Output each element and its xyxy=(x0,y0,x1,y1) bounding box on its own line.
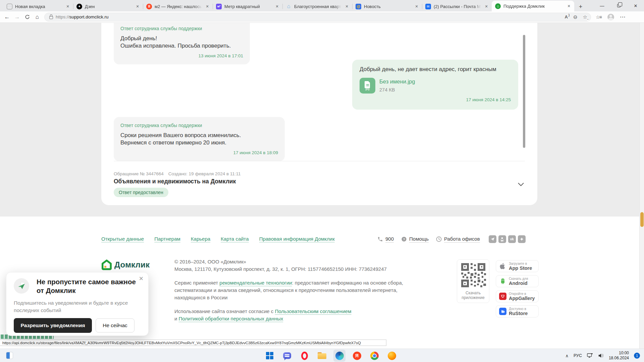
attachment[interactable]: jpg Без имени.jpg 274 КВ xyxy=(360,78,511,94)
tab-close-icon[interactable]: ✕ xyxy=(566,3,572,9)
plus-icon: + xyxy=(587,18,589,21)
app-store-badges: Загрузите вApp Store Скачать дляAndroid … xyxy=(496,260,539,317)
footer-link-career[interactable]: Карьера xyxy=(191,236,210,242)
popup-title: Не пропустите самое важное от Домклик xyxy=(37,278,141,295)
footer-text: © 2016–2024, ООО «Домклик» Москва, 12117… xyxy=(174,258,429,322)
footer-link-legal[interactable]: Правовая информация Домклик xyxy=(259,236,335,242)
tab-domclick-support-active[interactable]: ⌂ Поддержка Домклик ✕ xyxy=(492,1,574,11)
badge-name: App Store xyxy=(509,265,532,271)
language-indicator[interactable]: РУС xyxy=(574,353,582,358)
tab-close-icon[interactable]: ✕ xyxy=(484,4,489,9)
badge-caption: Доступно в xyxy=(509,307,528,311)
tab-title: (2) Рассылки - Почта Mail.r xyxy=(434,4,481,9)
tab-dzen[interactable]: ✦ Дзен ✕ xyxy=(73,1,143,11)
window-scrollbar[interactable] xyxy=(639,23,644,349)
dzen-icon[interactable] xyxy=(518,235,526,243)
chat-app-button[interactable] xyxy=(281,350,293,362)
home-button[interactable]: ⌂ xyxy=(32,12,42,22)
ticket-number: Обращение № 3447664 xyxy=(114,171,164,176)
expand-ticket-button[interactable] xyxy=(518,181,524,187)
tab-close-icon[interactable]: ✕ xyxy=(65,4,70,9)
url-scheme: https:// xyxy=(56,14,69,19)
tab-m2-yandex[interactable]: Я м2 — Яндекс: нашлось 9 т ✕ xyxy=(143,1,213,11)
allow-notifications-button[interactable]: Разрешить уведомления xyxy=(14,318,92,333)
opera-button[interactable] xyxy=(299,350,311,362)
notification-count-badge[interactable]: 1 xyxy=(634,353,640,359)
scrollbar-thumb[interactable] xyxy=(640,212,644,227)
tab-close-icon[interactable]: ✕ xyxy=(205,4,210,9)
profile-avatar[interactable] xyxy=(607,14,614,20)
read-aloud-icon[interactable]: A xyxy=(565,14,568,19)
collections-icon[interactable]: ☆≡ xyxy=(596,14,601,20)
chevron-down-icon xyxy=(518,183,524,186)
address-bar[interactable]: https://support.domclick.ru A ⊖ ☆+ xyxy=(44,13,591,21)
browser-menu-icon[interactable]: ··· xyxy=(620,14,626,20)
file-size: 274 КВ xyxy=(379,86,415,94)
widgets-icon[interactable] xyxy=(6,352,13,359)
tab-mail[interactable]: ✉ (2) Рассылки - Почта Mail.r ✕ xyxy=(422,1,492,11)
support-label: Ответ сотрудника службы поддержки xyxy=(120,122,278,129)
chat-scrollbar-thumb[interactable] xyxy=(523,35,525,148)
url-text[interactable]: https://support.domclick.ru xyxy=(56,14,109,19)
forward-button[interactable]: → xyxy=(12,12,22,22)
support-message-2: Ответ сотрудника службы поддержки Сроки … xyxy=(114,117,285,161)
domclick-favicon-icon: ⌂ xyxy=(495,3,501,9)
appgallery-badge[interactable]: Откройте вAppGallery xyxy=(496,290,539,302)
app-store-badge[interactable]: Загрузите вApp Store xyxy=(496,260,539,272)
taskbar-clock[interactable]: 10:00 18.06.2024 xyxy=(609,351,629,361)
android-badge[interactable]: Скачать дляAndroid xyxy=(496,275,539,287)
qr-caption-line2: приложение xyxy=(462,295,484,300)
vk-icon[interactable]: vk xyxy=(508,235,516,243)
firefox-button[interactable] xyxy=(386,350,398,362)
minimize-button[interactable]: — xyxy=(594,0,610,11)
logo-text: Домклик xyxy=(114,260,150,269)
user-agreement-link[interactable]: Пользовательским соглашением xyxy=(275,308,351,314)
tab-close-icon[interactable]: ✕ xyxy=(414,4,419,9)
network-icon[interactable] xyxy=(587,353,593,358)
zoom-out-icon[interactable]: ⊖ xyxy=(573,14,578,20)
badge-text: Загрузите вApp Store xyxy=(509,262,532,271)
offices-item[interactable]: Работа офисов xyxy=(436,236,480,243)
screen: ··· Новая вкладка ✕ ✦ Дзен ✕ Я м2 — Янде… xyxy=(0,0,644,362)
file-explorer-button[interactable] xyxy=(316,350,328,362)
tab-close-icon[interactable]: ✕ xyxy=(135,4,140,9)
yandex-browser-button[interactable]: Я xyxy=(351,350,363,362)
close-window-button[interactable]: ✕ xyxy=(627,0,644,11)
refresh-button[interactable] xyxy=(22,12,32,22)
rustore-badge[interactable]: Доступно вRuStore xyxy=(496,305,539,317)
taskbar-icons: Я xyxy=(264,349,398,362)
tab-title: Новая вкладка xyxy=(15,4,62,9)
start-button[interactable] xyxy=(264,350,276,362)
privacy-policy-link[interactable]: Политикой обработки персональных данных xyxy=(179,316,283,321)
back-button[interactable]: ← xyxy=(2,12,12,22)
footer-link-open-data[interactable]: Открытые данные xyxy=(101,236,144,242)
qr-code xyxy=(460,262,487,289)
domclick-logo[interactable]: Домклик xyxy=(101,259,150,270)
tab-kvartira[interactable]: ⌂ Благоустроенная квартира ✕ xyxy=(282,1,352,11)
recommendation-tech-link[interactable]: рекомендательные технологии xyxy=(219,280,292,286)
telegram-icon[interactable] xyxy=(489,235,496,243)
file-name-link[interactable]: Без имени.jpg xyxy=(379,78,415,85)
footer-link-partners[interactable]: Партнерам xyxy=(154,236,180,242)
restore-button[interactable] xyxy=(610,0,627,11)
time: 10:00 xyxy=(609,351,629,356)
add-favorite-icon[interactable]: ☆+ xyxy=(583,14,587,20)
tray-expand-icon[interactable]: ∧ xyxy=(565,353,569,358)
edge-button-active[interactable] xyxy=(333,350,345,362)
phone-item[interactable]: 900 xyxy=(377,236,394,243)
paper-plane-icon xyxy=(17,282,26,290)
yandex-browser-icon: Я xyxy=(353,352,361,360)
help-item[interactable]: ? Помощь xyxy=(401,236,429,243)
chrome-button[interactable] xyxy=(368,350,380,362)
tab-new-tab[interactable]: ··· Новая вкладка ✕ xyxy=(3,1,73,11)
footer-link-sitemap[interactable]: Карта сайта xyxy=(221,236,249,242)
tab-close-icon[interactable]: ✕ xyxy=(274,4,280,9)
tab-metr-kvadratny[interactable]: м² Метр квадратный ✕ xyxy=(213,1,282,11)
huawei-icon xyxy=(499,293,506,300)
odnoklassniki-icon[interactable] xyxy=(498,235,506,243)
tab-novost[interactable]: @ Новость ✕ xyxy=(352,1,422,11)
new-tab-button[interactable]: + xyxy=(576,2,586,11)
tab-close-icon[interactable]: ✕ xyxy=(344,4,350,9)
not-now-button[interactable]: Не сейчас xyxy=(96,318,135,333)
speaker-icon[interactable] xyxy=(598,353,604,358)
